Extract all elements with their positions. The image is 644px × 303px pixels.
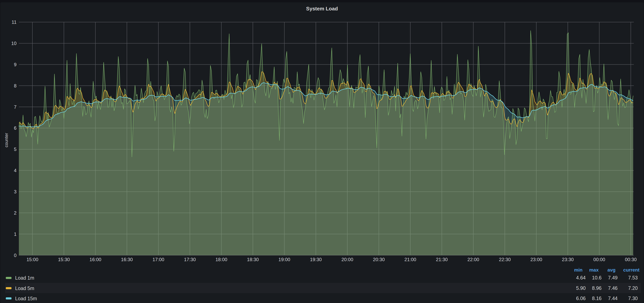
- svg-text:7.44: 7.44: [608, 296, 618, 301]
- svg-text:avg: avg: [608, 267, 616, 272]
- svg-text:23:00: 23:00: [530, 257, 542, 262]
- svg-text:6: 6: [14, 125, 16, 131]
- svg-text:7: 7: [14, 104, 16, 110]
- svg-text:18:00: 18:00: [216, 257, 227, 262]
- svg-text:20:30: 20:30: [373, 257, 385, 262]
- svg-text:0: 0: [14, 253, 16, 258]
- svg-text:21:30: 21:30: [436, 257, 448, 262]
- svg-text:8: 8: [14, 83, 16, 88]
- svg-text:19:00: 19:00: [278, 257, 290, 262]
- svg-text:15:30: 15:30: [58, 257, 70, 262]
- svg-text:23:30: 23:30: [562, 257, 574, 262]
- svg-text:Load 5m: Load 5m: [15, 286, 34, 291]
- svg-text:max: max: [589, 267, 599, 272]
- svg-text:00:00: 00:00: [593, 257, 605, 262]
- svg-text:00:30: 00:30: [625, 257, 637, 262]
- svg-text:counter: counter: [4, 133, 9, 147]
- svg-text:10: 10: [11, 41, 16, 46]
- svg-text:17:30: 17:30: [184, 257, 196, 262]
- svg-text:18:30: 18:30: [247, 257, 259, 262]
- svg-text:8.16: 8.16: [592, 296, 602, 301]
- svg-text:Load 1m: Load 1m: [15, 275, 34, 280]
- svg-text:min: min: [574, 267, 582, 272]
- svg-text:7.53: 7.53: [628, 275, 638, 280]
- svg-text:11: 11: [12, 20, 16, 25]
- svg-text:8.96: 8.96: [592, 285, 602, 291]
- svg-text:21:00: 21:00: [404, 257, 416, 262]
- svg-text:2: 2: [14, 210, 16, 216]
- svg-text:1: 1: [14, 232, 16, 237]
- svg-text:16:30: 16:30: [121, 257, 133, 262]
- svg-text:22:00: 22:00: [468, 257, 479, 262]
- svg-text:10.6: 10.6: [592, 275, 602, 280]
- svg-text:7.49: 7.49: [608, 275, 618, 280]
- svg-text:22:30: 22:30: [499, 257, 510, 262]
- svg-text:7.20: 7.20: [628, 285, 638, 291]
- svg-text:5.90: 5.90: [576, 285, 586, 291]
- svg-text:Load 15m: Load 15m: [15, 296, 37, 301]
- svg-text:3: 3: [14, 189, 16, 194]
- svg-text:9: 9: [14, 62, 16, 67]
- svg-text:7.30: 7.30: [628, 296, 638, 301]
- svg-text:7.46: 7.46: [608, 285, 618, 291]
- svg-text:16:00: 16:00: [90, 257, 101, 262]
- svg-text:19:30: 19:30: [310, 257, 322, 262]
- svg-text:4: 4: [14, 168, 16, 173]
- svg-text:15:00: 15:00: [26, 257, 38, 262]
- svg-text:5: 5: [14, 146, 16, 152]
- svg-text:6.06: 6.06: [576, 296, 586, 301]
- svg-text:current: current: [623, 267, 640, 272]
- svg-text:17:00: 17:00: [152, 257, 164, 262]
- svg-text:20:00: 20:00: [342, 257, 353, 262]
- svg-text:4.64: 4.64: [576, 275, 586, 280]
- svg-text:System Load: System Load: [306, 6, 338, 12]
